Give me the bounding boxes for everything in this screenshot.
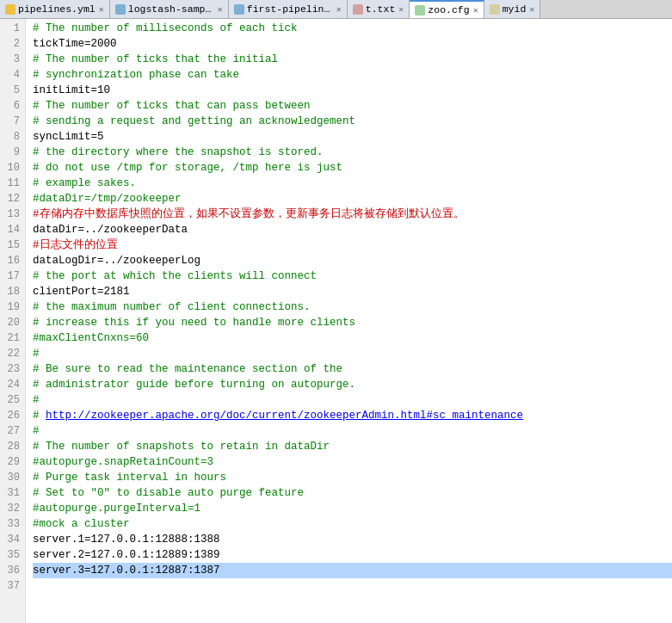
- conf-icon: [115, 4, 126, 15]
- line-number-11: 11: [3, 176, 20, 191]
- line-number-24: 24: [3, 377, 20, 392]
- line-number-21: 21: [3, 330, 20, 346]
- tab-close-pipelines-yml[interactable]: ✕: [99, 4, 104, 15]
- tab-bar: pipelines.yml✕logstash-sample.conf✕first…: [0, 0, 672, 19]
- code-line-22: #: [33, 346, 672, 361]
- line-number-1: 1: [3, 21, 20, 36]
- code-line-32: #autopurge.purgeInterval=1: [33, 501, 672, 516]
- code-line-24: # administrator guide before turning on …: [33, 377, 672, 392]
- line-number-29: 29: [3, 454, 20, 470]
- code-line-29: #autopurge.snapRetainCount=3: [33, 454, 672, 470]
- line-number-17: 17: [3, 268, 20, 284]
- tab-myid[interactable]: myid✕: [484, 0, 541, 19]
- tab-label-t-txt: t.txt: [366, 3, 396, 15]
- code-line-19: # the maximum number of client connectio…: [33, 299, 672, 315]
- code-line-15: #日志文件的位置: [33, 237, 672, 253]
- line-number-36: 36: [3, 563, 20, 578]
- code-line-31: # Set to "0" to disable auto purge featu…: [33, 485, 672, 501]
- code-line-34: server.1=127.0.0.1:12888:1388: [33, 532, 672, 547]
- line-number-30: 30: [3, 470, 20, 485]
- tab-first-pipeline[interactable]: first-pipeline.conf✕: [229, 0, 348, 19]
- code-line-16: dataLogDir=../zookeeperLog: [33, 253, 672, 268]
- line-number-7: 7: [3, 114, 20, 129]
- line-number-9: 9: [3, 145, 20, 160]
- code-line-14: dataDir=../zookeeperData: [33, 222, 672, 237]
- editor: 1234567891011121314151617181920212223242…: [0, 19, 672, 623]
- line-number-32: 32: [3, 501, 20, 516]
- tab-pipelines-yml[interactable]: pipelines.yml✕: [0, 0, 110, 19]
- code-line-9: # the directory where the snapshot is st…: [33, 145, 672, 160]
- line-number-25: 25: [3, 392, 20, 408]
- tab-logstash-conf[interactable]: logstash-sample.conf✕: [110, 0, 229, 19]
- line-number-23: 23: [3, 361, 20, 377]
- code-line-13: #存储内存中数据库快照的位置，如果不设置参数，更新事务日志将被存储到默认位置。: [33, 207, 672, 222]
- line-number-10: 10: [3, 160, 20, 176]
- line-number-34: 34: [3, 532, 20, 547]
- line-number-18: 18: [3, 284, 20, 299]
- code-line-37: [33, 578, 672, 594]
- tab-close-zoo-cfg[interactable]: ✕: [473, 5, 478, 15]
- cfg-icon: [415, 5, 425, 15]
- tab-label-logstash-conf: logstash-sample.conf: [128, 3, 214, 15]
- tab-close-myid[interactable]: ✕: [529, 4, 534, 15]
- code-line-28: # The number of snapshots to retain in d…: [33, 439, 672, 454]
- yaml-icon: [5, 4, 15, 15]
- line-number-15: 15: [3, 237, 20, 253]
- code-line-35: server.2=127.0.0.1:12889:1389: [33, 547, 672, 563]
- line-number-19: 19: [3, 299, 20, 315]
- code-line-4: # synchronization phase can take: [33, 67, 672, 83]
- code-line-33: #mock a cluster: [33, 516, 672, 532]
- code-line-2: tickTime=2000: [33, 36, 672, 52]
- link-26[interactable]: http://zookeeper.apache.org/doc/current/…: [46, 410, 523, 422]
- line-numbers: 1234567891011121314151617181920212223242…: [0, 19, 26, 623]
- code-line-25: #: [33, 392, 672, 408]
- code-line-23: # Be sure to read the maintenance sectio…: [33, 361, 672, 377]
- code-area: # The number of milliseconds of each tic…: [26, 19, 672, 623]
- code-line-7: # sending a request and getting an ackno…: [33, 114, 672, 129]
- code-line-20: # increase this if you need to handle mo…: [33, 315, 672, 330]
- line-number-16: 16: [3, 253, 20, 268]
- line-number-27: 27: [3, 423, 20, 439]
- code-line-21: #maxClientCnxns=60: [33, 330, 672, 346]
- line-number-33: 33: [3, 516, 20, 532]
- line-number-2: 2: [3, 36, 20, 52]
- line-number-28: 28: [3, 439, 20, 454]
- code-line-26: # http://zookeeper.apache.org/doc/curren…: [33, 408, 672, 423]
- code-line-6: # The number of ticks that can pass betw…: [33, 98, 672, 114]
- code-line-12: #dataDir=/tmp/zookeeper: [33, 191, 672, 207]
- tab-zoo-cfg[interactable]: zoo.cfg✕: [410, 0, 484, 19]
- line-number-12: 12: [3, 191, 20, 207]
- tab-close-t-txt[interactable]: ✕: [398, 4, 404, 15]
- txt-icon: [353, 4, 363, 15]
- tab-t-txt[interactable]: t.txt✕: [348, 0, 410, 19]
- tab-close-first-pipeline[interactable]: ✕: [336, 4, 342, 15]
- code-line-10: # do not use /tmp for storage, /tmp here…: [33, 160, 672, 176]
- id-icon: [490, 4, 500, 15]
- line-number-31: 31: [3, 485, 20, 501]
- tab-label-myid: myid: [502, 3, 527, 15]
- code-line-18: clientPort=2181: [33, 284, 672, 299]
- line-number-26: 26: [3, 408, 20, 423]
- code-line-1: # The number of milliseconds of each tic…: [33, 21, 672, 36]
- code-line-30: # Purge task interval in hours: [33, 470, 672, 485]
- conf-icon: [234, 4, 244, 15]
- line-number-37: 37: [3, 578, 20, 594]
- line-number-3: 3: [3, 52, 20, 67]
- line-number-4: 4: [3, 67, 20, 83]
- link-prefix-26: #: [33, 410, 46, 422]
- tab-close-logstash-conf[interactable]: ✕: [218, 4, 223, 15]
- tab-label-pipelines-yml: pipelines.yml: [18, 3, 96, 15]
- line-number-20: 20: [3, 315, 20, 330]
- line-number-35: 35: [3, 547, 20, 563]
- code-line-3: # The number of ticks that the initial: [33, 52, 672, 67]
- code-line-27: #: [33, 423, 672, 439]
- code-line-36: server.3=127.0.0.1:12887:1387: [33, 563, 672, 578]
- line-number-8: 8: [3, 129, 20, 145]
- line-number-6: 6: [3, 98, 20, 114]
- code-line-11: # example sakes.: [33, 176, 672, 191]
- line-number-13: 13: [3, 207, 20, 222]
- code-line-5: initLimit=10: [33, 83, 672, 98]
- line-number-5: 5: [3, 83, 20, 98]
- tab-label-first-pipeline: first-pipeline.conf: [247, 3, 333, 15]
- line-number-14: 14: [3, 222, 20, 237]
